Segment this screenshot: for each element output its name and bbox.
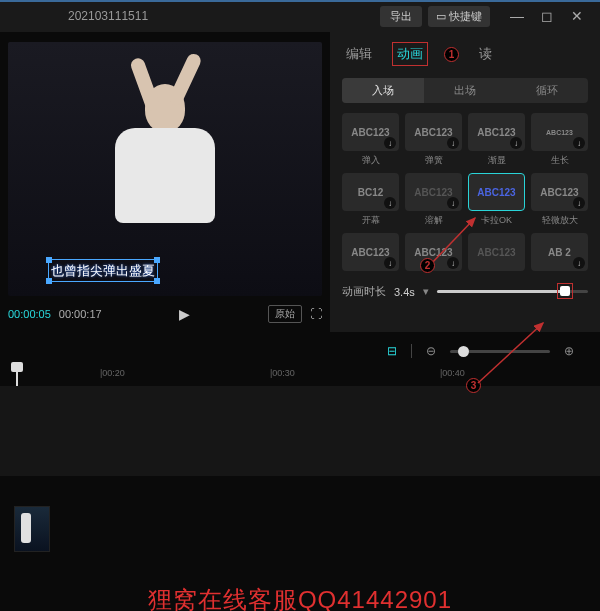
anim-thumb[interactable]: ABC123↓ [405, 173, 462, 211]
zoom-in-button[interactable]: ⊕ [560, 342, 578, 360]
anim-thumb[interactable]: ABC123↓ [468, 113, 525, 151]
timeline-body[interactable]: 3 [0, 386, 600, 476]
download-icon[interactable]: ↓ [573, 137, 585, 149]
anim-label: 生长 [531, 154, 588, 167]
animation-panel: 编辑 动画 1 读 入场 出场 循环 ABC123↓弹入ABC123↓弹簧ABC… [330, 32, 600, 332]
tab-read[interactable]: 读 [475, 43, 496, 65]
subtab-out[interactable]: 出场 [424, 78, 506, 103]
zoom-out-button[interactable]: ⊖ [422, 342, 440, 360]
fullscreen-button[interactable]: ⛶ [310, 307, 322, 321]
download-icon[interactable]: ↓ [447, 257, 459, 269]
download-icon[interactable]: ↓ [447, 137, 459, 149]
watermark-text: 狸窝在线客服QQ41442901 [0, 584, 600, 611]
clip-thumbnail[interactable] [14, 506, 50, 552]
subtab-loop[interactable]: 循环 [506, 78, 588, 103]
duration-label: 动画时长 [342, 284, 386, 299]
anim-label: 渐显 [468, 154, 525, 167]
anim-thumb[interactable]: ABC123↓ [342, 233, 399, 271]
export-button[interactable]: 导出 [380, 6, 422, 27]
download-icon[interactable]: ↓ [384, 137, 396, 149]
anim-item[interactable]: ABC123 [468, 233, 525, 274]
dropdown-icon[interactable]: ▾ [423, 285, 429, 298]
tab-edit[interactable]: 编辑 [342, 43, 376, 65]
anim-thumb[interactable]: ABC123↓ [342, 113, 399, 151]
duration-slider[interactable] [437, 290, 588, 293]
anim-label: 弹入 [342, 154, 399, 167]
zoom-slider[interactable] [450, 350, 550, 353]
anim-item[interactable]: ABC123↓弹入 [342, 113, 399, 167]
subtab-in[interactable]: 入场 [342, 78, 424, 103]
subtitle-text-box[interactable]: 也曾指尖弹出盛夏 [48, 259, 158, 282]
anim-item[interactable]: ABC123↓轻微放大 [531, 173, 588, 227]
anim-item[interactable]: ABC123↓弹簧 [405, 113, 462, 167]
keyboard-icon: ▭ [436, 10, 446, 23]
anim-item[interactable]: ABC123↓渐显 [468, 113, 525, 167]
anim-label: 溶解 [405, 214, 462, 227]
anim-item[interactable]: ABC123↓ [342, 233, 399, 274]
shortcut-button[interactable]: ▭ 快捷键 [428, 6, 490, 27]
anim-label: 开幕 [342, 214, 399, 227]
anim-thumb[interactable]: BC12↓ [342, 173, 399, 211]
anim-thumb[interactable]: AB 2↓ [531, 233, 588, 271]
video-frame-placeholder [90, 62, 240, 232]
anim-item[interactable]: AB 2↓ [531, 233, 588, 274]
anim-item[interactable]: ABC123↓生长 [531, 113, 588, 167]
ruler-tick: |00:40 [440, 368, 465, 378]
download-icon[interactable]: ↓ [573, 197, 585, 209]
timeline-ruler[interactable]: |00:20|00:30|00:40 [0, 366, 600, 386]
anim-label: 卡拉OK [468, 214, 525, 227]
callout-2: 2 [420, 258, 435, 273]
anim-item[interactable]: ABC123卡拉OK [468, 173, 525, 227]
ruler-tick: |00:30 [270, 368, 295, 378]
anim-thumb[interactable]: ABC123↓ [531, 113, 588, 151]
download-icon[interactable]: ↓ [447, 197, 459, 209]
maximize-button[interactable]: ◻ [532, 8, 562, 24]
anim-thumb[interactable]: ABC123 [468, 233, 525, 271]
anim-label: 轻微放大 [531, 214, 588, 227]
download-icon[interactable]: ↓ [384, 257, 396, 269]
callout-3: 3 [466, 378, 481, 393]
tab-animation[interactable]: 动画 [392, 42, 428, 66]
titlebar: 202103111511 导出 ▭ 快捷键 — ◻ ✕ [0, 0, 600, 32]
anim-item[interactable]: ABC123↓溶解 [405, 173, 462, 227]
play-button[interactable]: ▶ [179, 306, 190, 322]
anim-thumb[interactable]: ABC123↓ [531, 173, 588, 211]
animation-grid: ABC123↓弹入ABC123↓弹簧ABC123↓渐显ABC123↓生长BC12… [342, 113, 588, 274]
time-current: 00:00:05 [8, 308, 51, 320]
anim-thumb[interactable]: ABC123↓ [405, 113, 462, 151]
preview-viewport[interactable]: 也曾指尖弹出盛夏 [8, 42, 322, 296]
callout-1: 1 [444, 47, 459, 62]
close-button[interactable]: ✕ [562, 8, 592, 24]
duration-value: 3.4s [394, 286, 415, 298]
anim-thumb[interactable]: ABC123 [468, 173, 525, 211]
anim-label: 弹簧 [405, 154, 462, 167]
ruler-tick: |00:20 [100, 368, 125, 378]
preview-area: 也曾指尖弹出盛夏 00:00:05 00:00:17 ▶ 原始 ⛶ [0, 32, 330, 332]
preview-controls: 00:00:05 00:00:17 ▶ 原始 ⛶ [8, 302, 322, 326]
original-button[interactable]: 原始 [268, 305, 302, 323]
timeline-tools: ⊟ ⊖ ⊕ [0, 336, 600, 366]
download-icon[interactable]: ↓ [510, 137, 522, 149]
anim-item[interactable]: BC12↓开幕 [342, 173, 399, 227]
minimize-button[interactable]: — [502, 8, 532, 24]
split-tool[interactable]: ⊟ [383, 342, 401, 360]
download-icon[interactable]: ↓ [573, 257, 585, 269]
time-total: 00:00:17 [59, 308, 102, 320]
project-title: 202103111511 [68, 9, 148, 23]
bottom-area: 狸窝在线客服QQ41442901 [0, 476, 600, 611]
download-icon[interactable]: ↓ [384, 197, 396, 209]
